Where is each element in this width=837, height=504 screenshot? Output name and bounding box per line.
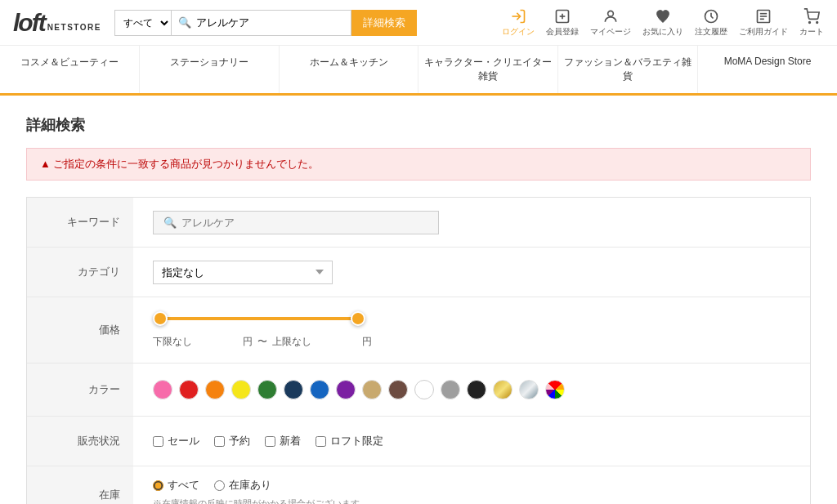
keyword-field[interactable] — [181, 216, 428, 229]
nav-item-character[interactable]: キャラクター・クリエイター雑貨 — [418, 46, 558, 93]
color-swatch-pink[interactable] — [153, 380, 172, 399]
new-checkbox-item[interactable]: 新着 — [265, 434, 301, 448]
sale-checkbox-item[interactable]: セール — [153, 434, 199, 448]
price-thumb-left[interactable] — [153, 311, 168, 326]
keyword-label: キーワード — [27, 198, 133, 247]
category-label: カテゴリ — [27, 248, 133, 297]
color-label: カラー — [27, 364, 133, 416]
register-icon — [554, 8, 571, 25]
nav-item-home[interactable]: ホーム＆キッチン — [280, 46, 419, 93]
price-upper-unit: 円 — [362, 335, 372, 349]
price-row: 価格 下限なし 円 〜 上限なし 円 — [27, 297, 810, 364]
guide-icon — [755, 8, 772, 25]
stock-all-radio-item[interactable]: すべて — [153, 478, 199, 493]
nav-item-moma[interactable]: MoMA Design Store — [698, 46, 837, 93]
stock-available-radio[interactable] — [214, 480, 225, 491]
login-label: ログイン — [502, 26, 535, 38]
sales-row: 販売状況 セール 予約 新着 — [27, 417, 810, 466]
logo-loft: loft — [13, 11, 45, 35]
logo[interactable]: loft NETSTORE — [13, 11, 101, 35]
nav-item-fashion[interactable]: ファッション＆バラエティ雑貨 — [558, 46, 698, 93]
register-label: 会員登録 — [546, 26, 579, 38]
search-input[interactable] — [196, 16, 344, 29]
stock-all-label: すべて — [168, 478, 199, 493]
color-swatch-black[interactable] — [467, 380, 486, 399]
color-swatch-gray[interactable] — [441, 380, 460, 399]
search-area: すべて 🔍 詳細検索 — [114, 10, 417, 36]
alert-message: ▲ ご指定の条件に一致する商品が見つかりませんでした。 — [40, 158, 319, 170]
stock-note: ※在庫情報の反映に時間がかかる場合がございます — [153, 497, 360, 504]
stock-content: すべて 在庫あり ※在庫情報の反映に時間がかかる場合がございます — [133, 466, 810, 504]
category-select[interactable]: 指定なし — [153, 261, 333, 284]
favorite-label: お気に入り — [642, 26, 683, 38]
register-button[interactable]: 会員登録 — [546, 8, 579, 38]
svg-point-11 — [817, 21, 818, 23]
color-swatch-brown[interactable] — [388, 380, 408, 399]
new-checkbox[interactable] — [265, 436, 275, 447]
page-title: 詳細検索 — [26, 115, 811, 135]
color-swatch-red[interactable] — [179, 380, 199, 399]
stock-available-label: 在庫あり — [229, 478, 271, 493]
search-category-select[interactable]: すべて — [114, 10, 172, 36]
mypage-icon — [602, 8, 619, 25]
color-swatch-multicolor[interactable] — [545, 380, 565, 399]
price-content: 下限なし 円 〜 上限なし 円 — [133, 297, 810, 360]
reservation-label: 予約 — [229, 434, 250, 448]
loft-checkbox[interactable] — [316, 436, 326, 447]
mypage-label: マイページ — [590, 26, 631, 38]
header-icons: ログイン 会員登録 マイページ お気に入り 注文履歴 ご利用ガイド — [502, 8, 824, 38]
mypage-button[interactable]: マイページ — [590, 8, 631, 38]
color-swatches — [153, 380, 565, 399]
nav-item-cosmetics[interactable]: コスメ＆ビューティー — [0, 46, 140, 93]
price-slider-track — [153, 317, 365, 320]
color-swatch-silver[interactable] — [519, 380, 539, 399]
category-content: 指定なし — [133, 249, 810, 296]
color-swatch-beige[interactable] — [362, 380, 382, 399]
stock-label: 在庫 — [27, 466, 133, 504]
orders-button[interactable]: 注文履歴 — [695, 8, 727, 38]
price-upper-label: 上限なし — [272, 335, 311, 349]
color-swatch-blue[interactable] — [310, 380, 329, 399]
color-swatch-navy[interactable] — [284, 380, 303, 399]
loft-checkbox-item[interactable]: ロフト限定 — [316, 434, 383, 448]
color-swatch-green[interactable] — [257, 380, 277, 399]
color-swatch-yellow[interactable] — [231, 380, 251, 399]
new-label: 新着 — [280, 434, 301, 448]
search-icon: 🔍 — [178, 16, 191, 29]
sales-label: 販売状況 — [27, 417, 133, 466]
stock-radios: すべて 在庫あり — [153, 478, 271, 493]
price-thumb-right[interactable] — [351, 311, 365, 326]
cart-button[interactable]: カート — [799, 8, 824, 38]
stock-row: 在庫 すべて 在庫あり ※在庫情報の反映に時間がかかる場合がございます — [27, 466, 810, 504]
color-swatch-gold[interactable] — [493, 380, 512, 399]
guide-button[interactable]: ご利用ガイド — [739, 8, 788, 38]
search-button[interactable]: 詳細検索 — [351, 10, 417, 36]
alert-box: ▲ ご指定の条件に一致する商品が見つかりませんでした。 — [26, 148, 811, 181]
stock-available-radio-item[interactable]: 在庫あり — [214, 478, 271, 493]
price-upper-input[interactable] — [316, 337, 357, 348]
keyword-content: 🔍 — [133, 199, 810, 246]
svg-point-10 — [809, 21, 811, 23]
cart-label: カート — [799, 26, 824, 38]
nav-item-stationery[interactable]: ステーショナリー — [140, 46, 280, 93]
sales-content: セール 予約 新着 ロフト限定 — [133, 422, 810, 460]
sale-checkbox[interactable] — [153, 436, 163, 447]
keyword-input-wrap: 🔍 — [153, 211, 439, 234]
favorite-button[interactable]: お気に入り — [642, 8, 683, 38]
reservation-checkbox[interactable] — [214, 436, 225, 447]
cart-icon — [803, 8, 820, 25]
color-swatch-purple[interactable] — [336, 380, 356, 399]
svg-point-4 — [608, 11, 614, 16]
heart-icon — [655, 8, 671, 25]
price-lower-unit: 円 — [243, 335, 253, 349]
reservation-checkbox-item[interactable]: 予約 — [214, 434, 250, 448]
price-lower-input[interactable] — [197, 337, 238, 348]
loft-label: ロフト限定 — [330, 434, 383, 448]
search-form: キーワード 🔍 カテゴリ 指定なし 価格 — [26, 197, 811, 504]
price-separator: 〜 — [257, 335, 267, 349]
color-swatch-orange[interactable] — [205, 380, 225, 399]
price-inputs: 下限なし 円 〜 上限なし 円 — [153, 335, 372, 349]
color-swatch-white[interactable] — [414, 380, 434, 399]
stock-all-radio[interactable] — [153, 480, 163, 491]
login-button[interactable]: ログイン — [502, 8, 535, 38]
